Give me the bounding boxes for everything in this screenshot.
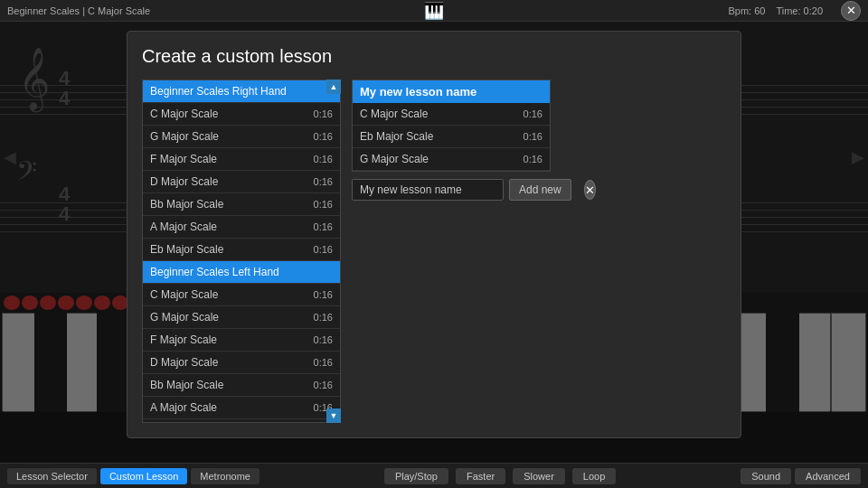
custom-lesson-item[interactable]: Eb Major Scale0:16 <box>353 126 550 148</box>
scroll-up-button[interactable]: ▲ <box>326 80 341 94</box>
bottom-tabs: Lesson SelectorCustom LessonMetronome <box>7 468 259 484</box>
bottom-tab-lesson-selector[interactable]: Lesson Selector <box>7 468 97 484</box>
bottom-tab-custom-lesson[interactable]: Custom Lesson <box>100 468 187 484</box>
time-display: Time: 0:20 <box>776 5 823 16</box>
action-btn-faster[interactable]: Faster <box>456 468 505 484</box>
add-new-button[interactable]: Add new <box>509 179 571 201</box>
action-btn-loop[interactable]: Loop <box>572 468 616 484</box>
lesson-list-item[interactable]: Eb Major Scale0:16 <box>143 419 340 423</box>
custom-lesson-modal: Create a custom lesson Beginner Scales R… <box>127 31 741 438</box>
breadcrumb: Beginner Scales | C Major Scale <box>7 5 150 16</box>
custom-lesson-list: My new lesson name C Major Scale0:16Eb M… <box>352 80 551 172</box>
action-btn-slower[interactable]: Slower <box>513 468 565 484</box>
close-modal-button[interactable]: ✕ <box>584 180 596 200</box>
lesson-list-item[interactable]: G Major Scale0:16 <box>143 126 340 148</box>
add-lesson-row: Add new ✕ <box>352 179 551 201</box>
lesson-list-item[interactable]: F Major Scale0:16 <box>143 148 340 171</box>
lesson-list-item[interactable]: Eb Major Scale0:16 <box>143 239 340 261</box>
lesson-list-item[interactable]: C Major Scale0:16 <box>143 284 340 306</box>
close-button[interactable]: ✕ <box>841 1 861 21</box>
modal-body: Beginner Scales Right HandC Major Scale0… <box>142 80 726 423</box>
lesson-list-item[interactable]: Bb Major Scale0:16 <box>143 374 340 397</box>
lesson-list-container: Beginner Scales Right HandC Major Scale0… <box>142 80 341 423</box>
lesson-list-item[interactable]: G Major Scale0:16 <box>143 306 340 329</box>
lesson-list-item[interactable]: Beginner Scales Left Hand <box>143 261 340 284</box>
lesson-list-item[interactable]: D Major Scale0:16 <box>143 171 340 193</box>
right-action-btn-advanced[interactable]: Advanced <box>795 468 861 484</box>
lesson-list[interactable]: Beginner Scales Right HandC Major Scale0… <box>142 80 341 423</box>
lesson-list-item[interactable]: A Major Scale0:16 <box>143 216 340 239</box>
lesson-list-item[interactable]: Beginner Scales Right Hand <box>143 80 340 103</box>
lesson-list-item[interactable]: Bb Major Scale0:16 <box>143 193 340 216</box>
bpm-display: Bpm: 60 <box>728 5 765 16</box>
modal-title: Create a custom lesson <box>142 46 726 67</box>
new-lesson-input[interactable] <box>352 179 504 201</box>
custom-list-container: My new lesson name C Major Scale0:16Eb M… <box>352 80 551 423</box>
custom-items: C Major Scale0:16Eb Major Scale0:16G Maj… <box>353 103 550 171</box>
title-bar: Beginner Scales | C Major Scale 🎹 Bpm: 6… <box>0 0 868 22</box>
lesson-list-item[interactable]: F Major Scale0:16 <box>143 329 340 352</box>
right-action-btn-sound[interactable]: Sound <box>741 468 791 484</box>
bottom-tab-metronome[interactable]: Metronome <box>191 468 259 484</box>
bottom-bar: Lesson SelectorCustom LessonMetronome Pl… <box>0 463 868 488</box>
custom-lesson-item[interactable]: C Major Scale0:16 <box>353 103 550 126</box>
piano-logo-icon: 🎹 <box>424 2 444 20</box>
scroll-down-button[interactable]: ▼ <box>326 408 341 423</box>
modal-overlay: Create a custom lesson Beginner Scales R… <box>0 22 868 463</box>
bottom-actions: Play/StopFasterSlowerLoop <box>384 468 616 484</box>
custom-lesson-item[interactable]: G Major Scale0:16 <box>353 148 550 171</box>
custom-lesson-title: My new lesson name <box>353 80 550 103</box>
bottom-right-actions: SoundAdvanced <box>741 468 861 484</box>
lesson-list-item[interactable]: A Major Scale0:16 <box>143 397 340 419</box>
lesson-list-item[interactable]: D Major Scale0:16 <box>143 352 340 374</box>
action-btn-play-stop[interactable]: Play/Stop <box>384 468 448 484</box>
lesson-list-item[interactable]: C Major Scale0:16 <box>143 103 340 126</box>
